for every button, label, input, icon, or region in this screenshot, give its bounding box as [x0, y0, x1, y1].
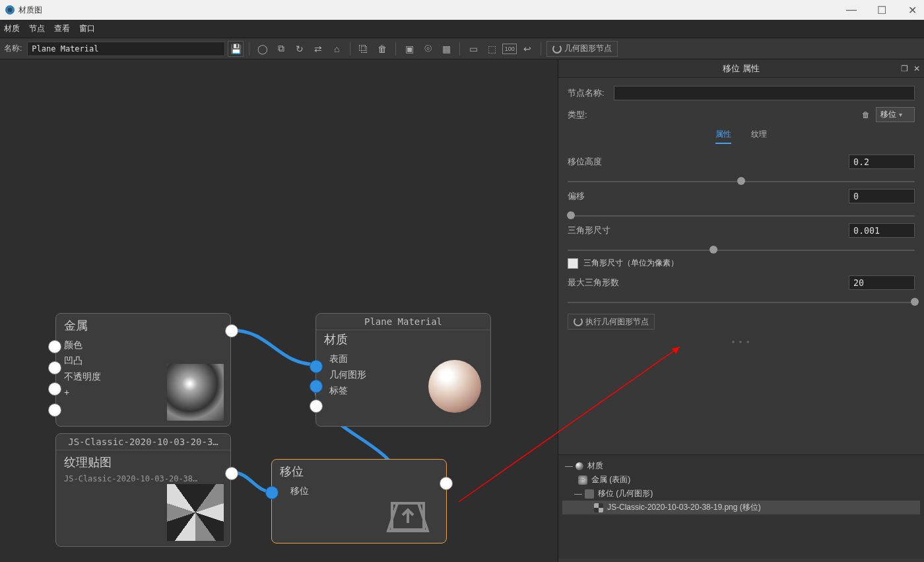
tree-metal-label[interactable]: 金属 (表面) [591, 474, 630, 485]
refresh-small-icon [552, 44, 562, 53]
material-name-input[interactable] [27, 42, 225, 56]
duplicate-icon[interactable]: ⿻ [356, 41, 372, 57]
trash-icon[interactable]: 🗑 [374, 41, 390, 57]
trisize-input[interactable] [849, 223, 915, 238]
trisize-slider[interactable] [568, 244, 915, 255]
node-name-input[interactable] [614, 86, 915, 100]
node-metal-preview [167, 364, 224, 421]
panel-close-icon[interactable]: ✕ [913, 64, 920, 73]
node-texture-preview [167, 484, 224, 541]
port-geometry[interactable] [310, 380, 323, 393]
tree-toggle[interactable]: — [565, 462, 572, 471]
node-metal[interactable]: 金属 颜色 凹凸 不透明度 + [55, 313, 231, 427]
maximize-button[interactable]: ☐ [875, 3, 888, 17]
tab-attributes[interactable]: 属性 [715, 129, 731, 144]
port-bump[interactable] [48, 361, 61, 374]
maxtri-input[interactable] [849, 275, 915, 290]
copy-icon[interactable]: ⧉ [273, 41, 289, 57]
maxtri-slider[interactable] [568, 297, 915, 307]
port-tag[interactable] [310, 400, 323, 413]
node-planemat-header: Plane Material [316, 314, 490, 330]
picker-icon[interactable]: ⌂ [329, 41, 345, 57]
delete-type-icon[interactable]: 🗑 [860, 109, 872, 121]
height-input[interactable] [849, 155, 915, 169]
name-label: 名称: [4, 43, 22, 54]
tree-toggle[interactable]: — [574, 489, 581, 499]
back-icon[interactable]: ↩ [519, 41, 535, 57]
properties-panel: 移位 属性 ❐ ✕ 节点名称: 类型: 🗑 移位▾ 属性 [558, 59, 924, 562]
divider [350, 42, 350, 55]
divider [459, 42, 460, 55]
save-icon[interactable]: 💾 [228, 41, 244, 57]
trisize-px-label: 三角形尺寸（单位为像素） [583, 258, 678, 269]
menu-view[interactable]: 查看 [54, 23, 70, 34]
type-value: 移位 [880, 110, 896, 119]
panel-expand-icon[interactable]: ❐ [901, 64, 908, 73]
node-texture[interactable]: JS-Classic-2020-10-03-20-3… 纹理贴图 JS-Clas… [55, 433, 231, 547]
tool3-icon[interactable]: ▦ [438, 41, 454, 57]
refresh-small-icon [574, 317, 583, 326]
window-title: 材质图 [18, 5, 42, 16]
maxtri-label: 最大三角形数 [568, 277, 849, 289]
texture-tree-icon [594, 503, 603, 512]
node-displacement[interactable]: 移位 移位 [271, 459, 447, 544]
port-texture-out[interactable] [225, 467, 238, 480]
offset-input[interactable] [849, 189, 915, 203]
menu-material[interactable]: 材质 [4, 23, 20, 34]
divider [541, 42, 541, 55]
menu-node[interactable]: 节点 [29, 23, 45, 34]
align-icon[interactable]: ▭ [465, 41, 481, 57]
port-displace-out[interactable] [440, 477, 453, 490]
close-button[interactable]: ✕ [906, 3, 919, 17]
node-planemat-title: 材质 [316, 330, 490, 351]
node-plane-material[interactable]: Plane Material 材质 表面 几何图形 标签 [315, 313, 491, 427]
tree-root-label[interactable]: 材质 [587, 460, 603, 472]
divider [249, 42, 249, 55]
port-color[interactable] [48, 340, 61, 353]
node-graph-canvas[interactable]: 金属 颜色 凹凸 不透明度 + JS-Classic-2020-10-03-20… [0, 59, 558, 562]
offset-slider[interactable] [568, 210, 915, 221]
window-titlebar: 材质图 — ☐ ✕ [0, 0, 924, 20]
app-logo-icon [5, 5, 15, 15]
tree-displace-label[interactable]: 移位 (几何图形) [598, 488, 653, 499]
panel-bottom [558, 559, 924, 562]
height-slider[interactable] [568, 176, 915, 186]
type-select[interactable]: 移位▾ [876, 107, 915, 122]
displacement-icon [381, 483, 434, 536]
refresh-icon[interactable]: ↻ [292, 41, 308, 57]
toolbar: 名称: 💾 ◯ ⧉ ↻ ⇄ ⌂ ⿻ 🗑 ▣ ⦾ ▦ ▭ ⬚ 100 ↩ 几何图形… [0, 38, 924, 59]
port-displace-in[interactable] [265, 486, 279, 499]
port-metal-out[interactable] [225, 324, 238, 337]
tool1-icon[interactable]: ▣ [401, 41, 417, 57]
tree-tex-label[interactable]: JS-Classic-2020-10-03-20-38-19.png (移位) [607, 502, 761, 513]
geometry-node-button[interactable]: 几何图形节点 [546, 41, 618, 57]
settings-icon[interactable]: ⇄ [310, 41, 326, 57]
divider [395, 42, 396, 55]
properties-title: 移位 属性 [723, 63, 760, 75]
offset-label: 偏移 [568, 190, 849, 202]
port-opacity[interactable] [48, 382, 61, 396]
panel-grip[interactable]: ● ● ● [558, 337, 924, 346]
menu-window[interactable]: 窗口 [79, 23, 95, 34]
frame-icon[interactable]: ⬚ [484, 41, 500, 57]
execute-geometry-button[interactable]: 执行几何图形节点 [568, 314, 655, 330]
geometry-node-label: 几何图形节点 [564, 43, 612, 54]
tab-texture[interactable]: 纹理 [751, 129, 767, 144]
node-name-label: 节点名称: [568, 87, 614, 99]
node-texture-header: JS-Classic-2020-10-03-20-3… [56, 434, 230, 450]
search-icon[interactable]: ◯ [255, 41, 271, 57]
type-label: 类型: [568, 109, 614, 121]
port-plus[interactable] [48, 404, 61, 417]
node-planemat-preview [428, 360, 481, 413]
menubar: 材质 节点 查看 窗口 [0, 20, 924, 38]
hierarchy-tree[interactable]: — 材质 金属 (表面) — 移位 (几何图形) JS-Classic-2020… [558, 454, 924, 559]
port-surface[interactable] [310, 360, 323, 373]
node-displace-title: 移位 [272, 460, 446, 483]
hundred-icon[interactable]: 100 [502, 44, 517, 54]
trisize-px-checkbox[interactable] [568, 258, 578, 269]
port-color-label: 颜色 [56, 337, 230, 353]
minimize-button[interactable]: — [845, 3, 858, 17]
node-metal-title: 金属 [56, 314, 230, 337]
node-texture-title: 纹理贴图 [56, 450, 230, 474]
tool2-icon[interactable]: ⦾ [420, 41, 436, 57]
